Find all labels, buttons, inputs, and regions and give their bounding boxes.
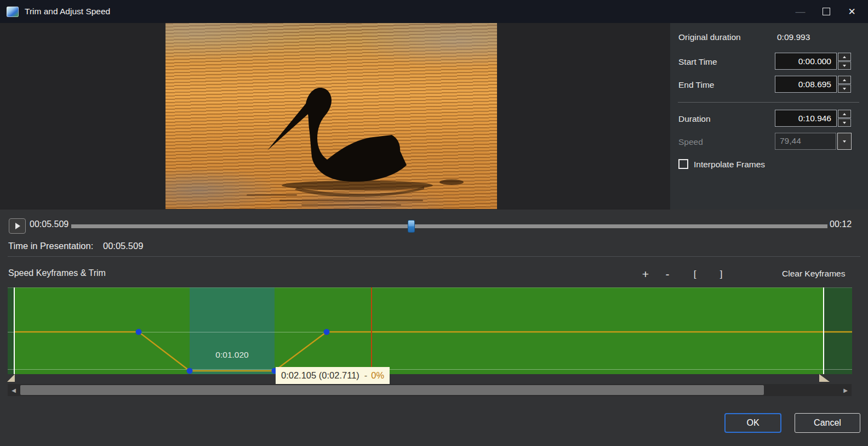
maximize-icon [823,8,830,15]
start-time-input[interactable] [775,53,837,70]
minimize-icon: — [796,6,806,18]
end-time-up-button[interactable] [838,76,851,84]
cancel-button[interactable]: Cancel [795,413,860,433]
window-controls: — ✕ [787,0,868,23]
keyframe-tooltip: 0:02.105 (0:02.711) - 0% [276,367,390,384]
start-time-up-button[interactable] [838,53,851,61]
original-duration-label: Original duration [678,32,741,42]
trim-start-line[interactable] [14,287,15,374]
interpolate-frames-label: Interpolate Frames [694,160,765,170]
segment-duration-label: 0:01.020 [190,350,275,360]
seek-thumb[interactable] [408,220,415,233]
window-title: Trim and Adjust Speed [25,7,110,16]
duration-spinners [838,110,851,127]
titlebar: Trim and Adjust Speed — ✕ [0,0,868,23]
end-time-input[interactable] [775,76,837,93]
clear-keyframes-button[interactable]: Clear Keyframes [782,269,845,279]
keyframe-timeline[interactable]: 0:01.020 [8,287,852,374]
close-button[interactable]: ✕ [839,0,865,23]
play-icon [15,223,20,229]
duration-down-button[interactable] [838,118,851,127]
current-time: 00:05.509 [30,219,68,229]
app-icon [7,7,19,17]
interpolate-frames-checkbox[interactable] [678,159,688,169]
tooltip-time: 0:02.105 (0:02.711) [281,370,359,381]
arrow-down-icon [843,65,846,67]
duration-up-button[interactable] [838,110,851,118]
play-button[interactable] [9,218,26,234]
end-time-spinners [838,76,851,93]
minimize-button[interactable]: — [787,0,813,23]
speed-value[interactable]: 79,44 [775,133,836,150]
speed-combobox: 79,44 [775,133,852,150]
close-icon: ✕ [848,6,855,18]
duration-input[interactable] [775,110,837,127]
trim-end-bracket-button[interactable]: ] [713,267,729,282]
playhead-line[interactable] [371,287,372,374]
duration-label: Duration [678,114,711,124]
video-preview [165,23,497,209]
arrow-down-icon [843,122,846,124]
section-divider [8,256,860,257]
speed-dropdown-button[interactable] [837,133,852,150]
horizontal-scrollbar[interactable]: ◀ ▶ [8,384,852,396]
arrow-up-icon [843,56,846,58]
keyframe-graph[interactable] [8,287,852,374]
trim-start-handle[interactable] [7,374,15,382]
time-in-presentation-value: 00:05.509 [103,241,143,251]
keyframes-section-title: Speed Keyframes & Trim [8,268,106,278]
original-duration-value: 0:09.993 [777,32,810,42]
speed-label: Speed [678,137,703,147]
chevron-down-icon [843,140,846,143]
ok-button[interactable]: OK [724,413,781,433]
end-time-label: End Time [678,80,714,90]
arrow-up-icon [843,79,846,81]
tooltip-dash: - [364,370,368,381]
pelican-silhouette [165,23,497,209]
start-time-label: Start Time [678,57,717,67]
tooltip-percent: 0% [371,370,384,381]
arrow-down-icon [843,88,846,90]
trim-start-bracket-button[interactable]: [ [687,267,703,282]
start-time-down-button[interactable] [838,61,851,70]
scroll-left-button[interactable]: ◀ [8,384,20,396]
start-time-spinners [838,53,851,70]
settings-divider [678,102,859,103]
total-time: 00:12 [830,219,852,229]
trim-end-handle[interactable] [819,374,830,382]
scrollbar-thumb[interactable] [20,385,764,395]
end-time-down-button[interactable] [838,84,851,93]
arrow-up-icon [843,113,846,115]
scroll-right-button[interactable]: ▶ [840,384,852,396]
remove-keyframe-button[interactable]: - [660,267,675,282]
add-keyframe-button[interactable]: + [638,267,653,282]
end-time-field [775,76,851,93]
seek-track[interactable] [71,224,827,228]
time-in-presentation-label: Time in Presentation: [8,241,93,251]
trim-end-line[interactable] [823,287,824,374]
maximize-button[interactable] [813,0,839,23]
start-time-field [775,53,851,70]
duration-field [775,110,851,127]
